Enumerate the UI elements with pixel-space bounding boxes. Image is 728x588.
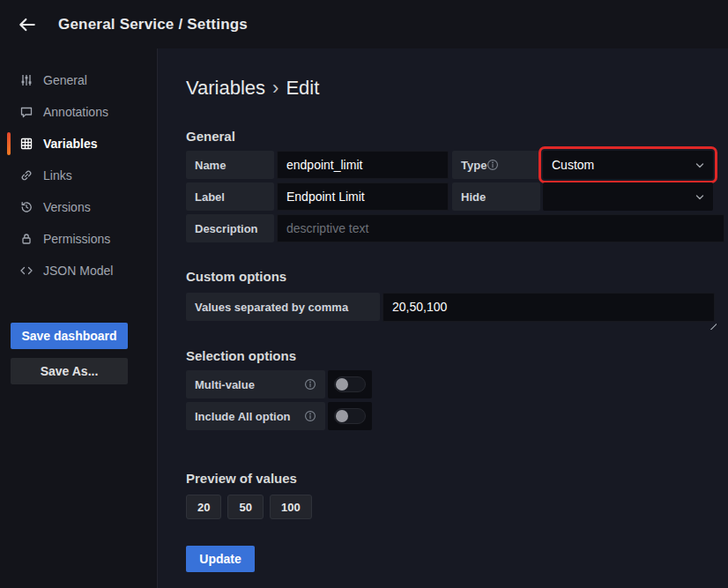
- hide-select[interactable]: [543, 182, 713, 211]
- settings-sidebar: General Annotations: [0, 48, 157, 588]
- description-row: Description: [186, 214, 724, 242]
- hide-label-text: Hide: [461, 190, 486, 204]
- save-dashboard-button[interactable]: Save dashboard: [11, 323, 128, 349]
- general-section-heading: General: [186, 129, 724, 144]
- values-row: Values separated by comma: [186, 293, 724, 322]
- table-icon: [19, 137, 33, 151]
- multi-value-toggle[interactable]: [328, 370, 372, 398]
- sidebar-item-versions[interactable]: Versions: [0, 191, 157, 223]
- name-label: Name: [186, 151, 274, 179]
- preview-value-chip: 50: [227, 495, 263, 519]
- info-icon[interactable]: [304, 410, 316, 422]
- sidebar-item-permissions[interactable]: Permissions: [0, 223, 157, 255]
- sliders-icon: [19, 73, 33, 87]
- sidebar-item-general[interactable]: General: [0, 64, 157, 96]
- type-label-text: Type: [461, 159, 487, 172]
- back-button[interactable]: [16, 13, 39, 36]
- sidebar-item-label: JSON Model: [43, 264, 113, 278]
- breadcrumb-section[interactable]: Variables: [186, 77, 265, 100]
- sidebar-item-links[interactable]: Links: [0, 160, 157, 191]
- top-bar: General Service / Settings: [0, 0, 728, 48]
- custom-options-heading: Custom options: [186, 269, 724, 284]
- hide-label: Hide: [452, 182, 540, 211]
- include-all-row: Include All option: [186, 402, 724, 430]
- lock-icon: [19, 232, 33, 246]
- code-icon: [19, 264, 33, 278]
- resize-handle[interactable]: [708, 321, 717, 330]
- include-all-label: Include All option: [186, 402, 325, 430]
- description-input[interactable]: [277, 214, 724, 242]
- toggle-track: [334, 408, 366, 424]
- sidebar-item-label: Permissions: [43, 232, 110, 246]
- toggle-knob: [336, 378, 348, 391]
- sidebar-item-label: General: [43, 73, 87, 87]
- app-window: General Service / Settings General: [0, 0, 728, 588]
- type-label: Type: [452, 151, 540, 179]
- variables-edit-panel: Variables › Edit General Name Type: [157, 48, 728, 588]
- sidebar-item-label: Annotations: [43, 105, 108, 119]
- multi-value-row: Multi-value: [186, 370, 724, 398]
- selection-options-heading: Selection options: [186, 348, 724, 363]
- multi-value-label-text: Multi-value: [195, 378, 255, 391]
- sidebar-item-json-model[interactable]: JSON Model: [0, 255, 157, 287]
- values-separated-label: Values separated by comma: [186, 293, 380, 321]
- arrow-left-icon: [18, 15, 37, 34]
- type-select-value: Custom: [552, 158, 594, 172]
- description-label: Description: [186, 214, 274, 242]
- preview-value-chip: 20: [186, 495, 221, 519]
- sidebar-item-label: Links: [43, 168, 72, 182]
- save-as-button[interactable]: Save As...: [11, 358, 128, 384]
- preview-heading: Preview of values: [186, 471, 724, 486]
- sidebar-item-annotations[interactable]: Annotations: [0, 96, 157, 128]
- preview-values: 20 50 100: [186, 495, 724, 519]
- sidebar-item-variables[interactable]: Variables: [0, 128, 157, 160]
- preview-value-chip: 100: [270, 495, 312, 519]
- active-indicator: [7, 132, 11, 155]
- label-hide-row: Label Hide: [186, 182, 724, 211]
- label-input[interactable]: [277, 182, 449, 211]
- toggle-knob: [336, 410, 348, 422]
- comment-icon: [19, 105, 33, 119]
- info-icon[interactable]: [487, 159, 499, 171]
- name-input[interactable]: [277, 151, 449, 179]
- include-all-label-text: Include All option: [195, 410, 291, 423]
- type-select[interactable]: Custom: [543, 151, 713, 179]
- page-breadcrumb-title: General Service / Settings: [58, 16, 248, 33]
- multi-value-label: Multi-value: [186, 370, 325, 398]
- history-icon: [19, 200, 33, 214]
- values-textarea[interactable]: [383, 293, 715, 322]
- chevron-down-icon: [695, 192, 705, 203]
- include-all-toggle[interactable]: [328, 402, 372, 430]
- info-icon[interactable]: [304, 378, 316, 391]
- breadcrumb-separator: ›: [272, 77, 279, 100]
- label-label: Label: [186, 182, 274, 211]
- name-type-row: Name Type Custom: [186, 151, 724, 179]
- link-icon: [19, 168, 33, 182]
- page-title: Variables › Edit: [186, 77, 724, 100]
- update-button[interactable]: Update: [186, 546, 255, 572]
- sidebar-item-label: Variables: [43, 137, 98, 151]
- toggle-track: [334, 376, 366, 392]
- sidebar-item-label: Versions: [43, 200, 91, 214]
- breadcrumb-page: Edit: [286, 77, 319, 100]
- chevron-down-icon: [695, 160, 705, 171]
